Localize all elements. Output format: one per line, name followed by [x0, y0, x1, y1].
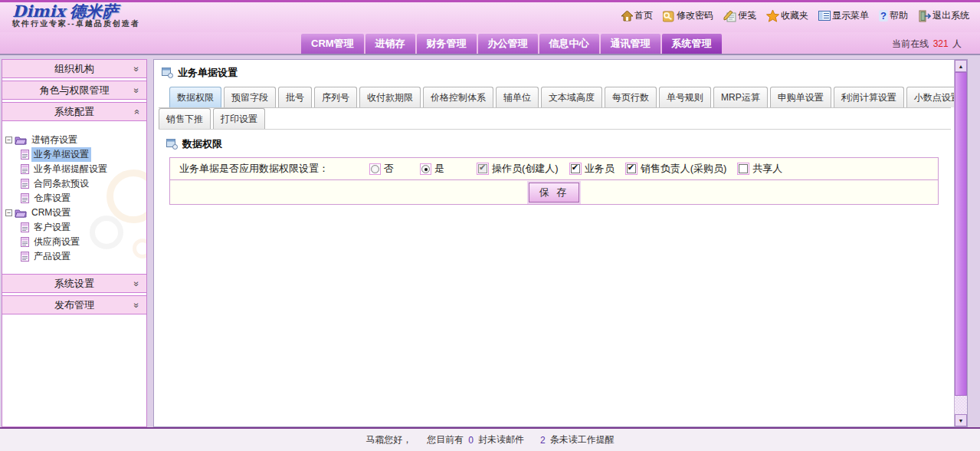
notes-link[interactable]: 便笺	[723, 9, 756, 22]
main-nav-bar: CRM管理 进销存 财务管理 办公管理 信息中心 通讯管理 系统管理 当前在线 …	[0, 32, 980, 54]
tab-payment-terms[interactable]: 收付款期限	[359, 87, 421, 107]
vertical-scrollbar[interactable]: ▲ ▼	[954, 60, 967, 426]
tree-item-doc-reminder-settings[interactable]: 业务单据提醒设置	[21, 162, 146, 176]
nav-tab-system[interactable]: 系统管理	[662, 34, 722, 54]
sidebar: 组织机构 » 角色与权限管理 » 系统配置 » 进销存设置 业务单据设置	[2, 59, 147, 427]
checkbox-salesman[interactable]: 业务员	[569, 162, 615, 176]
tree-item-supplier-settings[interactable]: 供应商设置	[21, 235, 146, 249]
tree-item-label[interactable]: 仓库设置	[31, 191, 73, 206]
radio-outline	[420, 163, 431, 175]
scroll-up-button[interactable]: ▲	[955, 60, 967, 72]
unread-reminder-count: 2	[540, 435, 546, 446]
document-icon	[21, 237, 29, 247]
logout-label: 退出系统	[932, 9, 969, 22]
tree-folder-crm-settings[interactable]: CRM设置	[5, 206, 146, 220]
tree-item-warehouse-settings[interactable]: 仓库设置	[21, 191, 146, 206]
tree-item-label[interactable]: 供应商设置	[31, 235, 82, 249]
scrollbar-thumb[interactable]	[955, 72, 967, 396]
help-link[interactable]: ? 帮助	[879, 9, 908, 22]
nav-tab-communication[interactable]: 通讯管理	[601, 34, 660, 54]
favorites-link[interactable]: 收藏夹	[766, 9, 808, 22]
data-permission-form: 业务单据是否应用数据权限设置： 否 是 操作员(创建人)	[169, 157, 939, 205]
show-menu-label: 显示菜单	[832, 9, 869, 22]
checkbox-operator[interactable]: 操作员(创建人)	[477, 162, 559, 176]
tab-decimal-settings[interactable]: 小数点设置	[906, 87, 954, 107]
save-button[interactable]: 保 存	[529, 183, 580, 202]
online-number: 321	[933, 38, 949, 49]
tab-sales-pushdown[interactable]: 销售下推	[159, 108, 211, 129]
tree-item-contract-terms[interactable]: 合同条款预设	[21, 176, 146, 191]
sidebar-panel-publish[interactable]: 发布管理 »	[2, 295, 146, 314]
tab-number-rules[interactable]: 单号规则	[659, 87, 711, 107]
tree-item-label[interactable]: 客户设置	[31, 220, 73, 235]
page-title-row: 业务单据设置	[159, 64, 951, 87]
home-icon	[621, 11, 633, 21]
checkbox-outline	[569, 163, 582, 175]
tab-reserved-fields[interactable]: 预留字段	[224, 87, 276, 107]
home-link[interactable]: 首页	[621, 9, 653, 22]
tab-print-settings[interactable]: 打印设置	[213, 108, 265, 129]
sidebar-panel-roles[interactable]: 角色与权限管理 »	[2, 81, 146, 100]
tab-batch-number[interactable]: 批号	[278, 87, 312, 107]
tree-expander-icon[interactable]	[5, 209, 12, 216]
nav-tab-crm[interactable]: CRM管理	[301, 34, 364, 54]
tree-folder-label[interactable]: CRM设置	[29, 206, 73, 220]
tab-mrp[interactable]: MRP运算	[713, 87, 768, 107]
nav-tab-office[interactable]: 办公管理	[478, 34, 538, 54]
status-middle: 您目前有	[427, 433, 464, 446]
tab-profit-calc[interactable]: 利润计算设置	[834, 87, 904, 107]
favorites-label: 收藏夹	[781, 9, 808, 22]
radio-no[interactable]: 否	[369, 162, 394, 176]
sidebar-panel-roles-label: 角色与权限管理	[40, 84, 110, 97]
tab-purchase-request[interactable]: 申购单设置	[770, 87, 831, 107]
tree-item-product-settings[interactable]: 产品设置	[21, 249, 146, 264]
radio-yes-label: 是	[434, 162, 444, 176]
tab-textarea-height[interactable]: 文本域高度	[541, 87, 602, 107]
tree-item-label-selected[interactable]: 业务单据设置	[31, 147, 91, 162]
sidebar-panel-org[interactable]: 组织机构 »	[2, 59, 146, 78]
nav-tab-finance[interactable]: 财务管理	[417, 34, 477, 54]
show-menu-link[interactable]: 显示菜单	[818, 9, 869, 22]
tree-item-business-doc-settings[interactable]: 业务单据设置	[21, 147, 146, 162]
tree-item-label[interactable]: 产品设置	[31, 249, 73, 264]
radio-yes[interactable]: 是	[420, 162, 444, 176]
tree-folder-label[interactable]: 进销存设置	[29, 133, 80, 147]
checkbox-salesman-icon[interactable]	[571, 164, 580, 173]
tree-item-customer-settings[interactable]: 客户设置	[21, 220, 146, 235]
tree-expander-icon[interactable]	[5, 137, 12, 143]
tab-aux-unit[interactable]: 辅单位	[496, 87, 539, 107]
nav-tab-inventory[interactable]: 进销存	[365, 34, 415, 54]
change-password-label: 修改密码	[677, 9, 713, 22]
radio-yes-icon[interactable]	[421, 165, 430, 173]
nav-tab-info-center[interactable]: 信息中心	[539, 34, 599, 54]
tab-data-permission[interactable]: 数据权限	[169, 87, 221, 107]
main-nav-tabs: CRM管理 进销存 财务管理 办公管理 信息中心 通讯管理 系统管理	[301, 34, 723, 54]
brand-en: Dimix	[12, 2, 65, 21]
tab-price-control[interactable]: 价格控制体系	[423, 87, 493, 107]
document-icon	[21, 222, 29, 232]
checkbox-sales-lead[interactable]: 销售负责人(采购员)	[625, 162, 727, 176]
folder-open-icon	[15, 208, 27, 218]
home-label: 首页	[634, 9, 653, 22]
sidebar-panel-syssettings[interactable]: 系统设置 »	[2, 274, 146, 293]
content-main: 业务单据设置 数据权限 预留字段 批号 序列号 收付款期限 价格控制体系 辅单位…	[154, 60, 954, 426]
checkbox-operator-icon[interactable]	[478, 164, 487, 173]
key-icon	[663, 10, 675, 22]
chevron-up-icon: »	[132, 109, 143, 114]
content-panel: 业务单据设置 数据权限 预留字段 批号 序列号 收付款期限 价格控制体系 辅单位…	[153, 59, 968, 427]
checkbox-sales-lead-icon[interactable]	[627, 164, 636, 173]
change-password-link[interactable]: 修改密码	[663, 9, 713, 22]
checkbox-shared[interactable]: 共享人	[737, 162, 782, 176]
tab-serial-number[interactable]: 序列号	[314, 87, 357, 107]
tree-item-label[interactable]: 合同条款预设	[31, 176, 91, 191]
logout-link[interactable]: 退出系统	[918, 9, 969, 22]
tab-rows-per-page[interactable]: 每页行数	[605, 87, 657, 107]
tree-folder-inventory-settings[interactable]: 进销存设置	[5, 133, 146, 147]
top-menu: 首页 修改密码 便笺 收藏夹 显示菜单 ? 帮助 退出系统	[621, 2, 980, 32]
checkbox-shared-icon[interactable]	[739, 164, 748, 173]
radio-no-icon[interactable]	[371, 165, 379, 173]
tree-item-label[interactable]: 业务单据提醒设置	[31, 162, 110, 176]
scroll-down-button[interactable]: ▼	[955, 414, 967, 426]
chevron-down-icon: »	[132, 66, 143, 71]
sidebar-panel-sysconfig[interactable]: 系统配置 »	[2, 102, 146, 121]
